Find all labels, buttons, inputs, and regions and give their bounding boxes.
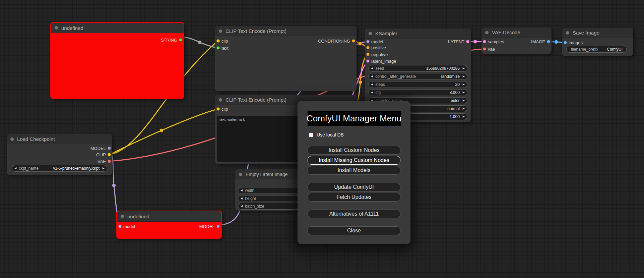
node-save-image[interactable]: Save Image images filename_prefix ComfyU… <box>562 28 633 56</box>
left-arrow-icon[interactable]: ◀ <box>371 91 373 94</box>
slot-image-output[interactable] <box>547 40 550 43</box>
link-dot-positive[interactable] <box>358 42 362 46</box>
node-title-bar[interactable]: KSampler <box>365 29 471 39</box>
widget-control-after-generate[interactable]: ◀ control_after_generate randomize ▶ <box>368 73 467 80</box>
update-comfyui-button[interactable]: Update ComfyUI <box>308 183 400 191</box>
output-label-image: IMAGE <box>531 39 545 44</box>
node-title-bar[interactable]: CLIP Text Encode (Prompt) <box>215 26 357 36</box>
widget-batch-size[interactable]: ◀ batch_size <box>238 203 298 210</box>
left-arrow-icon[interactable]: ◀ <box>241 205 243 208</box>
right-arrow-icon[interactable]: ▶ <box>463 67 465 70</box>
slot-string-output[interactable] <box>179 38 182 42</box>
node-collapse-dot[interactable] <box>219 30 222 33</box>
output-label-model: MODEL <box>199 224 215 229</box>
widget-steps[interactable]: ◀ steps 20 ▶ <box>368 81 467 88</box>
widget-width[interactable]: ◀ width <box>238 187 298 194</box>
left-arrow-icon[interactable]: ◀ <box>241 189 243 192</box>
node-collapse-dot[interactable] <box>239 173 242 176</box>
widget-ckpt-name[interactable]: ◀ ckpt_name v1-5-pruned-emaonly.ckpt ▶ <box>12 165 107 172</box>
node-undefined-bottom[interactable]: undefined model MODEL <box>116 211 222 239</box>
node-collapse-dot[interactable] <box>10 137 14 141</box>
output-label-model: MODEL <box>90 146 106 151</box>
input-label-images: images <box>569 40 583 45</box>
link-dot-negative[interactable] <box>359 80 362 84</box>
node-title-bar[interactable]: undefined <box>51 23 184 33</box>
alternatives-of-a1111-button[interactable]: Alternatives of A1111 <box>308 210 400 218</box>
use-local-db-checkbox[interactable] <box>309 133 313 137</box>
node-collapse-dot[interactable] <box>566 31 569 35</box>
left-arrow-icon[interactable]: ◀ <box>371 67 373 70</box>
link-dot-model[interactable] <box>112 184 116 187</box>
slot-conditioning-output[interactable] <box>352 39 355 43</box>
widget-value: normal <box>447 106 460 111</box>
node-collapse-dot[interactable] <box>485 31 489 34</box>
node-title-bar[interactable]: undefined <box>117 211 221 222</box>
node-collapse-dot[interactable] <box>121 215 124 218</box>
slot-images-input[interactable] <box>564 41 567 44</box>
right-arrow-icon[interactable]: ▶ <box>103 167 105 170</box>
slot-positive-input[interactable] <box>366 46 370 49</box>
widget-height[interactable]: ◀ height <box>238 195 298 202</box>
link-dot-string[interactable] <box>198 41 202 44</box>
node-vae-decode[interactable]: VAE Decode samples IMAGE vae <box>481 27 552 54</box>
slot-model-input[interactable] <box>118 225 122 228</box>
right-arrow-icon[interactable]: ▶ <box>463 91 465 94</box>
widget-seed[interactable]: ◀ seed 156680208700286 ▶ <box>368 65 467 72</box>
node-undefined-top[interactable]: undefined STRING <box>50 22 184 99</box>
left-arrow-icon[interactable]: ◀ <box>14 167 16 170</box>
slot-vae-input[interactable] <box>483 47 486 51</box>
right-arrow-icon[interactable]: ▶ <box>463 107 465 110</box>
install-missing-custom-nodes-button[interactable]: Install Missing Custom Nodes <box>308 156 400 165</box>
right-arrow-icon[interactable]: ▶ <box>463 83 465 86</box>
left-arrow-icon[interactable]: ◀ <box>371 75 373 78</box>
slot-samples-input[interactable] <box>483 40 486 43</box>
node-clip-text-encode-1[interactable]: CLIP Text Encode (Prompt) clip CONDITION… <box>215 26 357 91</box>
slot-negative-input[interactable] <box>366 53 370 56</box>
slot-clip-input[interactable] <box>216 107 220 111</box>
input-label-negative: negative <box>371 52 388 57</box>
link-dot-latent[interactable] <box>473 40 477 44</box>
node-title-bar[interactable]: VAE Decode <box>481 27 552 38</box>
slot-model-input[interactable] <box>366 40 370 43</box>
node-empty-latent-image[interactable]: Empty Latent Image ◀ width ◀ height ◀ ba… <box>235 169 299 211</box>
slot-model-output[interactable] <box>108 147 111 150</box>
slot-vae-output[interactable] <box>108 160 111 163</box>
node-load-checkpoint[interactable]: Load Checkpoint MODEL CLIP VAE ◀ ckpt_na… <box>7 134 112 175</box>
output-label-string: STRING <box>161 38 177 43</box>
left-arrow-icon[interactable]: ◀ <box>371 83 373 86</box>
node-collapse-dot[interactable] <box>369 32 372 35</box>
widget-filename-prefix[interactable]: filename_prefix ComfyUI <box>566 46 627 53</box>
node-title: Load Checkpoint <box>17 136 55 142</box>
node-title-bar[interactable]: Save Image <box>562 28 633 38</box>
input-label-clip: clip <box>221 107 228 112</box>
install-models-button[interactable]: Install Models <box>308 166 400 175</box>
widget-label: width <box>245 188 254 193</box>
slot-model-output[interactable] <box>216 225 220 228</box>
link-dot-clip[interactable] <box>160 129 164 132</box>
link-dot-image[interactable] <box>555 40 558 44</box>
left-arrow-icon[interactable]: ◀ <box>241 197 243 200</box>
widget-label: steps <box>375 82 385 87</box>
output-label-clip: CLIP <box>96 152 106 157</box>
widget-cfg[interactable]: ◀ cfg 8.000 ▶ <box>368 89 467 96</box>
node-title: VAE Decode <box>492 30 520 35</box>
node-collapse-dot[interactable] <box>55 26 58 30</box>
slot-latent-output[interactable] <box>466 40 469 43</box>
node-collapse-dot[interactable] <box>219 98 222 102</box>
node-title-bar[interactable]: Load Checkpoint <box>7 134 112 144</box>
close-button[interactable]: Close <box>308 226 400 235</box>
node-title-bar[interactable]: Empty Latent Image <box>235 169 299 179</box>
right-arrow-icon[interactable]: ▶ <box>463 99 465 102</box>
slot-clip-input[interactable] <box>216 39 220 43</box>
input-label-positive: positive <box>371 45 386 50</box>
input-label-latent-image: latent_image <box>371 59 396 64</box>
right-arrow-icon[interactable]: ▶ <box>463 75 465 78</box>
widget-value: ComfyUI <box>607 47 623 52</box>
right-arrow-icon[interactable]: ▶ <box>463 115 465 118</box>
fetch-updates-button[interactable]: Fetch Updates <box>308 193 400 202</box>
node-title: Save Image <box>573 30 599 36</box>
slot-clip-output[interactable] <box>108 153 111 156</box>
install-custom-nodes-button[interactable]: Install Custom Nodes <box>308 146 400 155</box>
slot-latent-image-input[interactable] <box>366 59 370 63</box>
slot-text-input[interactable] <box>216 46 220 50</box>
